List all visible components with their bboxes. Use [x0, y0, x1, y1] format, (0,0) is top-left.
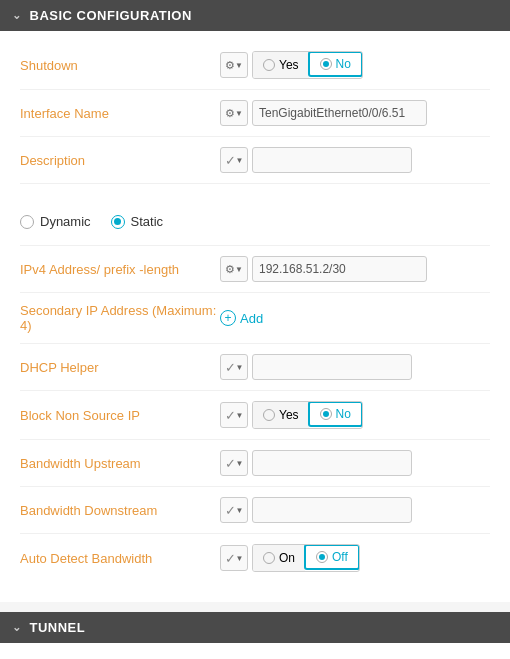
ipv4-icon-btn[interactable]: ⚙ ▼ — [220, 256, 248, 282]
description-input[interactable] — [252, 147, 412, 173]
chevron-down-icon-8: ▼ — [236, 506, 244, 515]
block-yes-btn[interactable]: Yes — [253, 402, 309, 428]
shutdown-label: Shutdown — [20, 58, 220, 73]
tunnel-interface-row: Tunnel Interface ✓ ▼ On Off — [20, 653, 490, 659]
block-non-source-icon-btn[interactable]: ✓ ▼ — [220, 402, 248, 428]
check-icon-6: ✓ — [225, 551, 236, 566]
shutdown-no-btn[interactable]: No — [308, 51, 363, 77]
basic-config-body: Shutdown ⚙ ▼ Yes No Interface Name — [0, 31, 510, 602]
auto-detect-row: Auto Detect Bandwidth ✓ ▼ On Off — [20, 534, 490, 582]
block-non-source-controls: ✓ ▼ Yes No — [220, 401, 490, 429]
dhcp-helper-controls: ✓ ▼ — [220, 354, 490, 380]
check-icon-4: ✓ — [225, 456, 236, 471]
shutdown-yes-radio — [263, 59, 275, 71]
shutdown-yes-btn[interactable]: Yes — [253, 52, 309, 78]
block-non-source-toggle: Yes No — [252, 401, 363, 429]
basic-config-title: BASIC CONFIGURATION — [30, 8, 192, 23]
add-secondary-ip-btn[interactable]: + Add — [220, 310, 263, 326]
bandwidth-upstream-row: Bandwidth Upstream ✓ ▼ — [20, 440, 490, 487]
shutdown-no-radio — [320, 58, 332, 70]
tunnel-body: Tunnel Interface ✓ ▼ On Off — [0, 643, 510, 659]
secondary-ip-controls: + Add — [220, 310, 490, 326]
chevron-down-icon-3: ▼ — [236, 156, 244, 165]
check-icon-3: ✓ — [225, 408, 236, 423]
interface-name-controls: ⚙ ▼ — [220, 100, 490, 126]
auto-detect-controls: ✓ ▼ On Off — [220, 544, 490, 572]
tunnel-chevron-icon[interactable]: ⌄ — [12, 621, 22, 634]
shutdown-toggle-group: Yes No — [252, 51, 363, 79]
ipv4-controls: ⚙ ▼ — [220, 256, 490, 282]
dhcp-helper-label: DHCP Helper — [20, 360, 220, 375]
shutdown-controls: ⚙ ▼ Yes No — [220, 51, 490, 79]
settings-icon-2: ⚙ — [225, 107, 235, 120]
check-icon-5: ✓ — [225, 503, 236, 518]
settings-icon: ⚙ — [225, 59, 235, 72]
section-gap — [0, 602, 510, 612]
auto-detect-on-radio — [263, 552, 275, 564]
auto-detect-on-btn[interactable]: On — [253, 545, 305, 571]
ipv4-input[interactable] — [252, 256, 427, 282]
add-icon: + — [220, 310, 236, 326]
shutdown-icon-btn[interactable]: ⚙ ▼ — [220, 52, 248, 78]
auto-detect-off-btn[interactable]: Off — [304, 544, 360, 570]
shutdown-row: Shutdown ⚙ ▼ Yes No — [20, 41, 490, 90]
bandwidth-upstream-label: Bandwidth Upstream — [20, 456, 220, 471]
bandwidth-downstream-input[interactable] — [252, 497, 412, 523]
auto-detect-icon-btn[interactable]: ✓ ▼ — [220, 545, 248, 571]
block-no-btn[interactable]: No — [308, 401, 363, 427]
chevron-down-icon-4: ▼ — [235, 265, 243, 274]
interface-name-label: Interface Name — [20, 106, 220, 121]
bandwidth-upstream-icon-btn[interactable]: ✓ ▼ — [220, 450, 248, 476]
dhcp-icon-btn[interactable]: ✓ ▼ — [220, 354, 248, 380]
bandwidth-upstream-controls: ✓ ▼ — [220, 450, 490, 476]
dynamic-radio — [20, 215, 34, 229]
bandwidth-downstream-label: Bandwidth Downstream — [20, 503, 220, 518]
dhcp-helper-input[interactable] — [252, 354, 412, 380]
check-icon: ✓ — [225, 153, 236, 168]
mode-selector: Dynamic Static — [20, 200, 490, 239]
static-mode-option[interactable]: Static — [111, 214, 164, 229]
chevron-icon[interactable]: ⌄ — [12, 9, 22, 22]
description-icon-btn[interactable]: ✓ ▼ — [220, 147, 248, 173]
interface-name-icon-btn[interactable]: ⚙ ▼ — [220, 100, 248, 126]
basic-config-header: ⌄ BASIC CONFIGURATION — [0, 0, 510, 31]
auto-detect-off-radio — [316, 551, 328, 563]
auto-detect-label: Auto Detect Bandwidth — [20, 551, 220, 566]
chevron-down-icon-7: ▼ — [236, 459, 244, 468]
bandwidth-upstream-input[interactable] — [252, 450, 412, 476]
bandwidth-downstream-row: Bandwidth Downstream ✓ ▼ — [20, 487, 490, 534]
description-row: Description ✓ ▼ — [20, 137, 490, 184]
chevron-down-icon-5: ▼ — [236, 363, 244, 372]
secondary-ip-row: Secondary IP Address (Maximum: 4) + Add — [20, 293, 490, 344]
chevron-down-icon-6: ▼ — [236, 411, 244, 420]
description-label: Description — [20, 153, 220, 168]
check-icon-2: ✓ — [225, 360, 236, 375]
interface-name-input[interactable] — [252, 100, 427, 126]
block-yes-radio — [263, 409, 275, 421]
tunnel-header: ⌄ TUNNEL — [0, 612, 510, 643]
auto-detect-toggle: On Off — [252, 544, 360, 572]
tunnel-title: TUNNEL — [30, 620, 86, 635]
settings-icon-3: ⚙ — [225, 263, 235, 276]
bandwidth-downstream-controls: ✓ ▼ — [220, 497, 490, 523]
block-non-source-row: Block Non Source IP ✓ ▼ Yes No — [20, 391, 490, 440]
dynamic-mode-option[interactable]: Dynamic — [20, 214, 91, 229]
secondary-ip-label: Secondary IP Address (Maximum: 4) — [20, 303, 220, 333]
chevron-down-icon: ▼ — [235, 61, 243, 70]
block-non-source-label: Block Non Source IP — [20, 408, 220, 423]
ipv4-label: IPv4 Address/ prefix -length — [20, 262, 220, 277]
chevron-down-icon-2: ▼ — [235, 109, 243, 118]
static-radio — [111, 215, 125, 229]
ipv4-row: IPv4 Address/ prefix -length ⚙ ▼ — [20, 246, 490, 293]
mode-selector-row: Dynamic Static — [20, 184, 490, 246]
interface-name-row: Interface Name ⚙ ▼ — [20, 90, 490, 137]
dhcp-helper-row: DHCP Helper ✓ ▼ — [20, 344, 490, 391]
description-controls: ✓ ▼ — [220, 147, 490, 173]
block-no-radio — [320, 408, 332, 420]
bandwidth-downstream-icon-btn[interactable]: ✓ ▼ — [220, 497, 248, 523]
chevron-down-icon-9: ▼ — [236, 554, 244, 563]
